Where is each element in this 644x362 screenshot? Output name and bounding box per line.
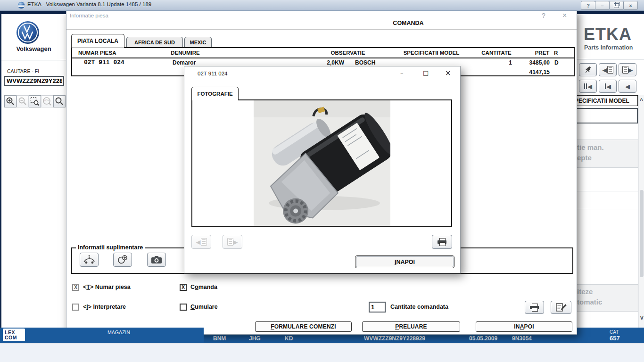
model-list-item[interactable]: iteze tomatic <box>576 285 638 311</box>
checkbox-interpretare[interactable] <box>72 304 79 311</box>
checkbox-comanda-label: Comanda <box>190 284 217 290</box>
pin-icon <box>584 66 592 74</box>
left-panel: Volkswagen CAUTARE - FI 100% <box>1 14 66 328</box>
printer-icon <box>438 238 447 246</box>
previous-record-button[interactable]: ◀ <box>599 80 617 93</box>
status-field: JHG <box>249 335 261 342</box>
document-icon <box>607 66 613 74</box>
list-divider <box>576 191 638 191</box>
prev-page-icon: ◀ <box>603 67 607 73</box>
search-lens-icon <box>55 97 64 106</box>
minimize-button[interactable]: – <box>595 1 610 10</box>
search-input[interactable] <box>4 76 64 86</box>
zoom-plus-button[interactable] <box>113 253 132 267</box>
scrollbar-thumb[interactable] <box>640 190 644 277</box>
magazin-label: MAGAZIN <box>107 329 130 335</box>
edit-order-button[interactable] <box>551 301 571 314</box>
model-list-item[interactable]: tie man. epte <box>576 140 638 167</box>
first-record-button[interactable]: ◀ <box>579 80 597 93</box>
tab-africa-de-sud[interactable]: AFRICA DE SUD <box>126 37 183 48</box>
zoom-area-button[interactable] <box>29 95 41 107</box>
first-record-icon: ◀ <box>587 83 592 90</box>
pin-button[interactable] <box>579 63 597 76</box>
col-cantitate: CANTITATE <box>461 50 532 56</box>
check-mark: X <box>182 285 185 290</box>
next-page-button[interactable]: ▶ <box>619 63 636 76</box>
app-title: ETKA - Volkswagen Varianta 8.1 Update 14… <box>27 1 151 7</box>
checkbox-cumulare[interactable] <box>180 304 187 311</box>
restore-icon <box>614 3 619 8</box>
printer-icon <box>530 304 539 312</box>
circle-plus-icon <box>117 255 128 264</box>
zoom-out-icon <box>18 97 27 106</box>
checkbox-comanda[interactable]: X <box>180 284 187 291</box>
cell-part-number: 02T 911 024 <box>84 59 124 66</box>
col-specificatii-model: SPECIFICATII MODEL <box>396 50 467 56</box>
bar-icon <box>605 83 606 89</box>
comanda-header: COMANDA <box>373 20 444 26</box>
zoom-in-button[interactable] <box>4 95 17 107</box>
part-photo <box>254 100 390 226</box>
etka-logo: ETKA <box>584 25 632 44</box>
etka-logo-subtitle: Parts Information <box>584 44 633 51</box>
car-info-button[interactable] <box>80 253 99 267</box>
model-list-text: tie man. <box>577 143 604 151</box>
photo-prev-button[interactable]: ◀ <box>191 235 211 249</box>
close-button[interactable]: × <box>623 1 638 10</box>
zoom-100-label: 100% <box>43 99 50 102</box>
next-page-icon: ▶ <box>628 67 633 73</box>
formulare-comenzi-button[interactable]: FORMULARE COMENZI <box>255 321 352 332</box>
lexcom-line1: LEX <box>5 330 25 335</box>
model-spec-input[interactable] <box>576 108 638 123</box>
model-scrollbar[interactable]: ^ v <box>638 95 644 328</box>
list-divider <box>576 311 638 312</box>
zoom-out-button[interactable] <box>17 95 29 107</box>
tab-mexic[interactable]: MEXIC <box>184 37 212 48</box>
prev-page-button[interactable]: ◀ <box>599 63 617 76</box>
cell-r-flag: D <box>554 59 559 66</box>
col-observatie: OBSERVATIE <box>313 50 383 56</box>
checkbox-numar-piesa-label: <T> Numar piesa <box>83 284 131 290</box>
photo-maximize-button[interactable]: □ <box>423 69 429 76</box>
edit-icon <box>555 303 567 312</box>
restore-button[interactable] <box>609 1 624 10</box>
photo-minimize-button[interactable]: – <box>400 69 404 76</box>
col-numar-piesa: NUMAR PIESA <box>78 50 116 56</box>
photo-inapoi-button[interactable]: INAPOI <box>355 255 454 268</box>
list-divider <box>576 284 638 285</box>
search-lens-button[interactable] <box>53 95 66 107</box>
status-vin: WVWZZZ9NZ9Y228929 <box>364 335 425 342</box>
right-divider <box>576 59 644 59</box>
zoom-100-button[interactable]: 100% <box>41 95 53 107</box>
photo-next-button[interactable]: ▶ <box>223 235 242 249</box>
scroll-down-icon[interactable]: v <box>640 315 644 321</box>
back-record-button[interactable]: ◀ <box>619 80 636 93</box>
bar-icon <box>584 83 585 89</box>
group-label: Informatii suplimentare <box>76 244 145 251</box>
tab-piata-locala[interactable]: PIATA LOCALA <box>71 34 124 48</box>
table-header-rule <box>72 58 574 58</box>
status-field: KD <box>285 335 293 342</box>
lexcom-logo: LEX COM <box>3 329 25 341</box>
check-mark: X <box>74 285 77 290</box>
help-button[interactable]: ? <box>581 1 595 10</box>
photo-close-button[interactable]: × <box>445 69 451 77</box>
tab-fotografie[interactable]: FOTOGRAFIE <box>191 87 239 100</box>
dialog-close-button[interactable]: × <box>562 11 567 20</box>
scroll-up-icon[interactable]: ^ <box>640 98 643 103</box>
model-list-text: tomatic <box>577 298 602 306</box>
model-list-text: iteze <box>577 288 593 296</box>
previous-record-icon: ◀ <box>606 83 611 90</box>
print-button[interactable] <box>525 301 544 314</box>
dialog-help-button[interactable]: ? <box>542 12 545 19</box>
photo-button[interactable] <box>147 253 166 267</box>
quantity-input[interactable] <box>369 302 386 313</box>
preluare-button[interactable]: PRELUARE <box>362 321 460 332</box>
minimize-icon: – <box>601 3 603 8</box>
inapoi-button[interactable]: INAPOI <box>476 321 572 332</box>
search-label: CAUTARE - FI <box>7 68 39 74</box>
model-list-text: epte <box>577 154 592 162</box>
photo-print-button[interactable] <box>432 235 452 249</box>
dialog-title: Informatie piesa <box>70 13 108 18</box>
checkbox-numar-piesa[interactable]: X <box>72 284 79 291</box>
